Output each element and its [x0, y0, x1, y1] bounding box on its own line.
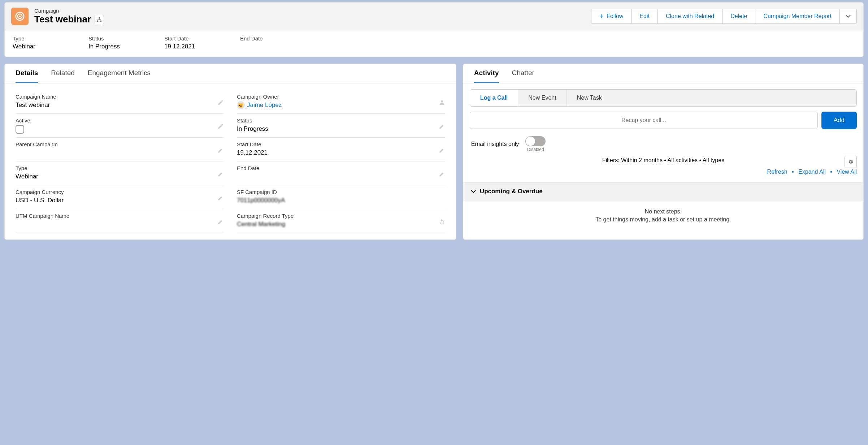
- field-campaign-currency: Campaign Currency USD - U.S. Dollar: [16, 185, 224, 209]
- activity-tabset: Activity Chatter: [463, 64, 863, 83]
- email-insights-toggle[interactable]: [525, 136, 546, 146]
- highlight-value: In Progress: [88, 43, 139, 50]
- more-actions-button[interactable]: [839, 9, 857, 24]
- field-label: Status: [237, 117, 445, 124]
- hierarchy-button[interactable]: [95, 15, 104, 24]
- tab-engagement-metrics[interactable]: Engagement Metrics: [88, 69, 151, 83]
- refresh-link[interactable]: Refresh: [767, 169, 787, 175]
- empty-line-1: No next steps.: [474, 208, 852, 215]
- filters-text: Filters: Within 2 months • All activitie…: [602, 157, 724, 163]
- field-label: Start Date: [237, 141, 445, 147]
- active-checkbox[interactable]: [16, 125, 24, 134]
- field-campaign-owner: Campaign Owner 🐱 Jaime López: [237, 90, 445, 114]
- view-all-link[interactable]: View All: [837, 169, 857, 175]
- subtab-new-task[interactable]: New Task: [567, 90, 856, 106]
- highlight-type: Type Webinar: [13, 35, 63, 50]
- field-label: Campaign Owner: [237, 94, 445, 100]
- tab-related[interactable]: Related: [51, 69, 75, 83]
- chevron-down-icon: [470, 189, 476, 194]
- clone-button[interactable]: Clone with Related: [657, 9, 722, 24]
- highlight-label: Type: [13, 35, 63, 42]
- change-owner-icon[interactable]: [439, 99, 445, 105]
- field-label: Type: [16, 165, 224, 171]
- field-value: 7011p0000000yA: [237, 196, 445, 204]
- highlight-label: Start Date: [164, 35, 215, 42]
- email-insights-label: Email insights only: [471, 141, 519, 147]
- tab-details[interactable]: Details: [16, 69, 38, 83]
- empty-state: No next steps. To get things moving, add…: [470, 200, 857, 226]
- section-title: Upcoming & Overdue: [480, 188, 543, 195]
- field-value: Central Marketing: [237, 220, 445, 228]
- highlight-status: Status In Progress: [88, 35, 139, 50]
- field-value: [16, 149, 224, 157]
- plus-icon: +: [599, 13, 604, 20]
- field-active: Active: [16, 114, 224, 138]
- field-label: End Date: [237, 165, 445, 171]
- field-value: [237, 173, 445, 181]
- activity-subtabs: Log a Call New Event New Task: [470, 89, 857, 107]
- highlight-value: 19.12.2021: [164, 43, 215, 50]
- gear-icon: [848, 159, 854, 165]
- recap-call-input[interactable]: [470, 112, 818, 129]
- highlight-end-date: End Date: [240, 35, 291, 50]
- campaign-icon: [11, 8, 29, 25]
- subtab-new-event[interactable]: New Event: [518, 90, 567, 106]
- highlight-start-date: Start Date 19.12.2021: [164, 35, 215, 50]
- field-type: Type Webinar: [16, 161, 224, 185]
- svg-point-2: [19, 16, 21, 17]
- edit-icon[interactable]: [439, 147, 445, 153]
- svg-rect-3: [99, 17, 100, 18]
- detail-tabset: Details Related Engagement Metrics: [5, 64, 456, 83]
- tab-chatter[interactable]: Chatter: [512, 69, 534, 83]
- owner-avatar-icon: 🐱: [237, 101, 245, 109]
- member-report-button[interactable]: Campaign Member Report: [755, 9, 840, 24]
- separator: •: [827, 169, 835, 175]
- edit-icon[interactable]: [217, 99, 224, 105]
- highlight-label: Status: [88, 35, 139, 42]
- field-start-date: Start Date 19.12.2021: [237, 138, 445, 161]
- edit-button[interactable]: Edit: [631, 9, 658, 24]
- field-label: Parent Campaign: [16, 141, 224, 147]
- field-sf-campaign-id: SF Campaign ID 7011p0000000yA: [237, 185, 445, 209]
- highlight-label: End Date: [240, 35, 291, 42]
- field-label: SF Campaign ID: [237, 189, 445, 195]
- highlight-value: Webinar: [13, 43, 63, 50]
- tab-activity[interactable]: Activity: [474, 69, 499, 83]
- field-campaign-name: Campaign Name Test webinar: [16, 90, 224, 114]
- field-label: UTM Campaign Name: [16, 213, 224, 219]
- add-button[interactable]: Add: [821, 112, 857, 129]
- field-label: Active: [16, 117, 224, 124]
- field-value: [16, 220, 224, 228]
- field-campaign-record-type: Campaign Record Type Central Marketing: [237, 209, 445, 233]
- field-label: Campaign Name: [16, 94, 224, 100]
- follow-button[interactable]: + Follow: [591, 9, 632, 24]
- edit-icon[interactable]: [217, 218, 224, 225]
- field-value: Webinar: [16, 173, 224, 181]
- edit-icon[interactable]: [217, 147, 224, 153]
- edit-icon[interactable]: [217, 123, 224, 129]
- edit-icon[interactable]: [439, 123, 445, 129]
- owner-link[interactable]: Jaime López: [247, 101, 282, 109]
- field-parent-campaign: Parent Campaign: [16, 138, 224, 161]
- upcoming-overdue-section[interactable]: Upcoming & Overdue: [463, 182, 863, 200]
- record-title: Test webinar: [34, 14, 91, 25]
- subtab-log-a-call[interactable]: Log a Call: [470, 90, 518, 106]
- empty-line-2: To get things moving, add a task or set …: [474, 216, 852, 223]
- expand-all-link[interactable]: Expand All: [798, 169, 826, 175]
- record-header: Campaign Test webinar + Follow Edit Clon…: [4, 2, 864, 57]
- svg-rect-5: [100, 20, 102, 22]
- change-record-type-icon[interactable]: [439, 218, 445, 225]
- edit-icon[interactable]: [439, 170, 445, 177]
- delete-button[interactable]: Delete: [722, 9, 755, 24]
- follow-label: Follow: [607, 13, 623, 20]
- field-value: USD - U.S. Dollar: [16, 196, 224, 204]
- chevron-down-icon: [846, 14, 851, 18]
- filters-settings-button[interactable]: [845, 156, 857, 168]
- field-value: Test webinar: [16, 101, 224, 109]
- edit-icon[interactable]: [217, 194, 224, 201]
- separator: •: [789, 169, 797, 175]
- field-status: Status In Progress: [237, 114, 445, 138]
- edit-icon[interactable]: [217, 170, 224, 177]
- field-label: Campaign Currency: [16, 189, 224, 195]
- field-end-date: End Date: [237, 161, 445, 185]
